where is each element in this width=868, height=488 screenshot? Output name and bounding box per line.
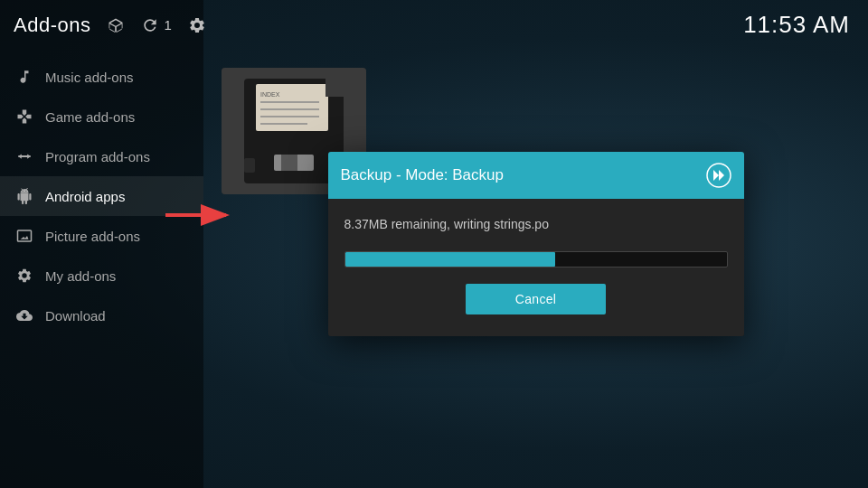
- update-count: 1: [164, 17, 171, 33]
- sidebar-item-program-addons[interactable]: Program add-ons: [0, 136, 203, 176]
- modal-actions: Cancel: [344, 284, 728, 318]
- kodi-logo: [706, 163, 731, 188]
- my-addons-icon: [16, 267, 33, 284]
- cancel-button[interactable]: Cancel: [466, 284, 606, 314]
- modal-status-text: 8.37MB remaining, writing strings.po: [344, 217, 728, 231]
- game-icon: [16, 108, 33, 125]
- modal-overlay: Backup - Mode: Backup 8.37MB remaining, …: [203, 0, 868, 488]
- android-apps-label: Android apps: [45, 189, 125, 204]
- modal-dialog: Backup - Mode: Backup 8.37MB remaining, …: [328, 152, 744, 336]
- download-label: Download: [45, 308, 106, 324]
- modal-header: Backup - Mode: Backup: [328, 152, 744, 199]
- download-icon: [16, 307, 33, 324]
- program-icon: [16, 148, 33, 164]
- android-icon: [16, 188, 33, 204]
- sidebar-item-music-addons[interactable]: Music add-ons: [0, 57, 203, 97]
- modal-body: 8.37MB remaining, writing strings.po Can…: [328, 199, 744, 336]
- progress-bar-fill: [345, 252, 555, 267]
- music-addons-label: Music add-ons: [45, 70, 134, 85]
- svg-marker-16: [713, 170, 719, 181]
- sidebar-item-download[interactable]: Download: [0, 296, 203, 335]
- progress-bar-container: [344, 251, 728, 267]
- picture-addons-label: Picture add-ons: [45, 229, 140, 244]
- game-addons-label: Game add-ons: [45, 109, 135, 125]
- svg-marker-17: [719, 170, 724, 181]
- sidebar-item-my-addons[interactable]: My add-ons: [0, 256, 203, 296]
- music-icon: [16, 69, 33, 85]
- nav-items: Music add-ons Game add-ons Program add-o…: [0, 50, 203, 488]
- program-addons-label: Program add-ons: [45, 149, 150, 164]
- modal-title: Backup - Mode: Backup: [341, 166, 504, 184]
- sidebar: Music add-ons Game add-ons Program add-o…: [0, 0, 203, 488]
- page-title: Add-ons: [14, 14, 90, 37]
- sidebar-item-game-addons[interactable]: Game add-ons: [0, 97, 203, 136]
- picture-icon: [16, 228, 33, 244]
- box-icon[interactable]: [107, 16, 125, 34]
- refresh-icon[interactable]: 1: [141, 16, 171, 34]
- my-addons-label: My add-ons: [45, 268, 116, 284]
- header-left: Add-ons 1: [14, 14, 206, 37]
